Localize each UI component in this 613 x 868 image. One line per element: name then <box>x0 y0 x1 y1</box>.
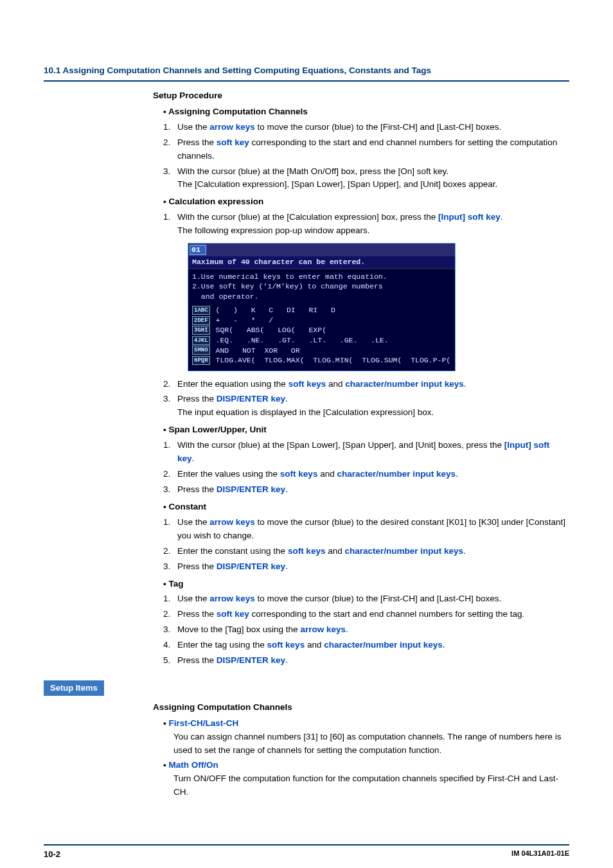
calc-step-3: 3. Press the DISP/ENTER key. The input e… <box>163 393 568 420</box>
text: and <box>305 640 324 650</box>
key-4: 4JKL <box>192 336 210 345</box>
text: . <box>463 546 466 556</box>
tag-title: Tag <box>168 579 183 589</box>
text: Use the <box>177 517 209 527</box>
disp-enter-link[interactable]: DISP/ENTER key <box>217 394 285 403</box>
disp-enter-link[interactable]: DISP/ENTER key <box>217 484 285 494</box>
tag-step-2: 2. Press the soft key corresponding to t… <box>163 608 568 621</box>
const-step-3: 3. Press the DISP/ENTER key. <box>163 560 568 574</box>
text: . <box>346 624 348 634</box>
text: The following expression pop-up window a… <box>177 226 369 235</box>
doc-id: IM 04L31A01-01E <box>511 848 569 861</box>
char-keys-link[interactable]: character/number input keys <box>345 379 464 389</box>
popup-maxline: Maximum of 40 character can be entered. <box>188 256 455 269</box>
span-step-2: 2. Enter the values using the soft keys … <box>163 468 568 481</box>
row: SQR( ABS( LOG( EXP( <box>211 326 326 334</box>
calc-title: Calculation expression <box>168 197 263 206</box>
arrow-keys-link[interactable]: arrow keys <box>209 594 255 603</box>
popup-tab: 01 <box>190 245 206 255</box>
text: The [Calculation expression], [Span Lowe… <box>177 179 497 189</box>
tag-step-4: 4. Enter the tag using the soft keys and… <box>163 639 568 652</box>
text: Press the <box>177 655 217 665</box>
text: Enter the constant using the <box>177 546 288 556</box>
const-step-2: 2. Enter the constant using the soft key… <box>163 545 568 558</box>
input-soft-key-link[interactable]: [Input] soft key <box>438 212 501 222</box>
span-step-3: 3. Press the DISP/ENTER key. <box>163 483 568 497</box>
key-1: 1ABC <box>192 306 210 315</box>
text: to move the cursor (blue) to the [First-… <box>255 594 501 603</box>
text: and <box>325 546 344 556</box>
text: . <box>443 640 445 650</box>
soft-keys-link[interactable]: soft keys <box>280 469 318 479</box>
first-ch-link[interactable]: First-CH/Last-CH <box>168 718 238 728</box>
char-keys-link[interactable]: character/number input keys <box>337 469 456 479</box>
text: . <box>285 655 288 665</box>
first-ch-text: You can assign channel numbers [31] to [… <box>163 731 568 757</box>
setup-procedure-title: Setup Procedure <box>153 89 568 103</box>
text: Press the <box>177 562 217 571</box>
text: The input equation is displayed in the [… <box>177 407 434 417</box>
const-step-1: 1. Use the arrow keys to move the cursor… <box>163 516 568 543</box>
soft-keys-link[interactable]: soft keys <box>289 379 326 389</box>
text: . <box>285 484 288 494</box>
span-step-1: 1. With the cursor (blue) at the [Span L… <box>163 439 568 466</box>
arrow-keys-link[interactable]: arrow keys <box>300 624 346 634</box>
soft-keys-link[interactable]: soft keys <box>267 640 305 650</box>
key-6: 6PQR <box>192 356 210 365</box>
row: .EQ. .NE. .GT. .LT. .GE. .LE. <box>211 336 389 344</box>
row: TLOG.AVE( TLOG.MAX( TLOG.MIN( TLOG.SUM( … <box>211 356 451 364</box>
text: Move to the [Tag] box using the <box>177 624 300 634</box>
text: Enter the equation using the <box>177 379 289 389</box>
expression-popup: 01 Maximum of 40 character can be entere… <box>188 243 456 371</box>
setup-assign-title: Assigning Computation Channels <box>153 701 568 714</box>
text: . <box>285 394 288 403</box>
assign-title: Assigning Computation Channels <box>168 107 308 116</box>
text: Press the <box>177 394 217 403</box>
math-off-on-text: Turn ON/OFF the computation function for… <box>163 772 568 799</box>
calc-step-2: 2. Enter the equation using the soft key… <box>163 378 568 391</box>
text: With the cursor (blue) at the [Span Lowe… <box>177 440 504 450</box>
text: Press the <box>177 484 217 494</box>
text: Use the <box>177 594 209 603</box>
math-off-on-link[interactable]: Math Off/On <box>168 760 218 770</box>
disp-enter-link[interactable]: DISP/ENTER key <box>217 562 285 571</box>
text: Enter the values using the <box>177 469 280 479</box>
text: and <box>317 469 337 479</box>
page-number: 10-2 <box>44 848 60 861</box>
row: ( ) K C DI RI D <box>211 306 335 314</box>
calc-step-1: 1. With the cursor (blue) at the [Calcul… <box>163 211 568 371</box>
tag-step-5: 5. Press the DISP/ENTER key. <box>163 654 568 668</box>
text: and <box>326 379 345 389</box>
assign-step-1: 1. Use the arrow keys to move the cursor… <box>163 121 568 134</box>
arrow-keys-link[interactable]: arrow keys <box>209 517 255 527</box>
text: With the cursor (blue) at the [Calculati… <box>177 212 438 222</box>
text: With the cursor (blue) at the [Math On/O… <box>177 166 449 176</box>
soft-key-link[interactable]: soft key <box>217 137 249 147</box>
text: Use the <box>177 122 209 132</box>
popup-inst2: 2.Use soft key ('1/M'key) to change numb… <box>192 281 451 292</box>
section-header: 10.1 Assigning Computation Channels and … <box>44 64 569 82</box>
text: Press the <box>177 137 217 147</box>
text: Press the <box>177 609 217 619</box>
popup-inst3: and operator. <box>192 292 451 302</box>
key-5: 5MNO <box>192 346 210 355</box>
text: . <box>501 212 503 222</box>
text: . <box>285 562 288 571</box>
setup-items-badge: Setup Items <box>44 680 104 696</box>
disp-enter-link[interactable]: DISP/ENTER key <box>217 655 285 665</box>
popup-inst1: 1.Use numerical keys to enter math equat… <box>192 272 451 282</box>
row: + - * / <box>211 316 274 324</box>
soft-key-link[interactable]: soft key <box>217 609 249 619</box>
char-keys-link[interactable]: character/number input keys <box>324 640 443 650</box>
soft-keys-link[interactable]: soft keys <box>288 546 326 556</box>
constant-title: Constant <box>168 502 206 511</box>
row: AND NOT XOR OR <box>211 346 300 355</box>
char-keys-link[interactable]: character/number input keys <box>344 546 463 556</box>
key-2: 2DEF <box>192 316 210 325</box>
arrow-keys-link[interactable]: arrow keys <box>209 122 255 132</box>
assign-step-3: 3. With the cursor (blue) at the [Math O… <box>163 165 568 192</box>
text: corresponding to the start and end chann… <box>249 609 525 619</box>
text: . <box>192 454 195 463</box>
text: . <box>464 379 466 389</box>
tag-step-1: 1. Use the arrow keys to move the cursor… <box>163 592 568 606</box>
